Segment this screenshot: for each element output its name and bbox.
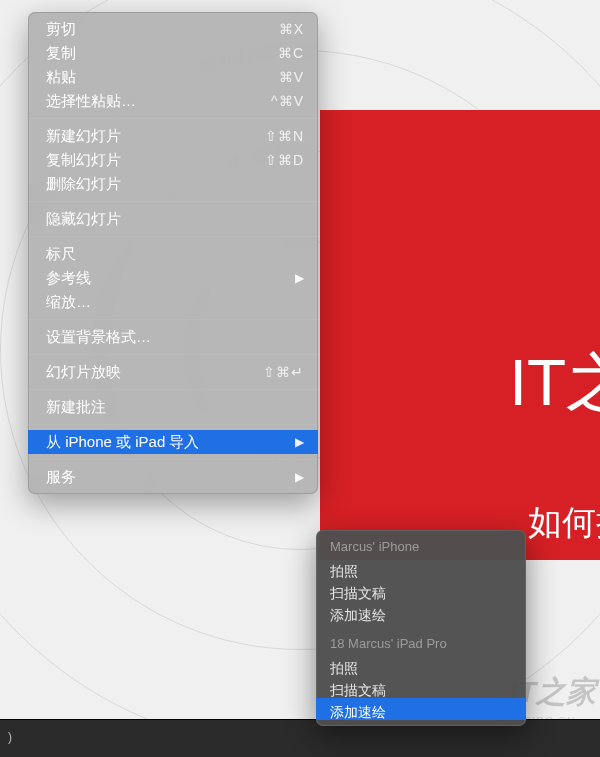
submenu-ipad-scan-doc[interactable]: 扫描文稿 <box>316 676 526 698</box>
menu-separator <box>28 201 318 202</box>
submenu-arrow-icon: ▶ <box>295 266 304 290</box>
submenu-iphone-add-sketch[interactable]: 添加速绘 <box>316 601 526 623</box>
menu-guides-label: 参考线 <box>46 266 289 290</box>
menu-cut-label: 剪切 <box>46 17 279 41</box>
menu-zoom-label: 缩放… <box>46 290 304 314</box>
menu-slideshow-shortcut: ⇧⌘↵ <box>263 360 304 384</box>
menu-separator <box>28 389 318 390</box>
menu-new-slide[interactable]: 新建幻灯片 ⇧⌘N <box>28 124 318 148</box>
menu-paste[interactable]: 粘贴 ⌘V <box>28 65 318 89</box>
menu-separator <box>28 459 318 460</box>
menu-hide-slide[interactable]: 隐藏幻灯片 <box>28 207 318 231</box>
menu-copy-label: 复制 <box>46 41 278 65</box>
menu-new-slide-shortcut: ⇧⌘N <box>265 124 304 148</box>
screenshot-stage: IT之 如何挑 IT之家 WWW.68IDC.CN ) 剪切 ⌘X 复制 ⌘C … <box>0 0 600 757</box>
menu-hide-slide-label: 隐藏幻灯片 <box>46 207 304 231</box>
menu-paste-shortcut: ⌘V <box>279 65 304 89</box>
menu-dup-slide[interactable]: 复制幻灯片 ⇧⌘D <box>28 148 318 172</box>
menu-paste-special-label: 选择性粘贴… <box>46 89 271 113</box>
menu-import-label: 从 iPhone 或 iPad 导入 <box>46 430 289 454</box>
menu-slideshow[interactable]: 幻灯片放映 ⇧⌘↵ <box>28 360 318 384</box>
submenu-arrow-icon: ▶ <box>295 430 304 454</box>
menu-dup-slide-label: 复制幻灯片 <box>46 148 265 172</box>
menu-zoom[interactable]: 缩放… <box>28 290 318 314</box>
device-header-ipad: 18 Marcus' iPad Pro <box>316 633 526 654</box>
menu-separator <box>28 236 318 237</box>
menu-import-from-device[interactable]: 从 iPhone 或 iPad 导入 ▶ <box>28 430 318 454</box>
menu-slideshow-label: 幻灯片放映 <box>46 360 263 384</box>
menu-copy[interactable]: 复制 ⌘C <box>28 41 318 65</box>
menu-del-slide-label: 删除幻灯片 <box>46 172 304 196</box>
device-header-iphone: Marcus' iPhone <box>316 536 526 557</box>
menu-cut-shortcut: ⌘X <box>279 17 304 41</box>
menu-paste-special-shortcut: ^⌘V <box>271 89 304 113</box>
menu-del-slide[interactable]: 删除幻灯片 <box>28 172 318 196</box>
menu-new-comment[interactable]: 新建批注 <box>28 395 318 419</box>
menu-copy-shortcut: ⌘C <box>278 41 304 65</box>
menu-new-comment-label: 新建批注 <box>46 395 304 419</box>
slide-title-big: IT之 <box>509 340 600 427</box>
context-menu: 剪切 ⌘X 复制 ⌘C 粘贴 ⌘V 选择性粘贴… ^⌘V 新建幻灯片 ⇧⌘N 复… <box>28 12 318 494</box>
submenu-arrow-icon: ▶ <box>295 465 304 489</box>
menu-separator <box>28 424 318 425</box>
status-text: ) <box>8 730 12 744</box>
menu-guides[interactable]: 参考线 ▶ <box>28 266 318 290</box>
menu-paste-label: 粘贴 <box>46 65 279 89</box>
menu-ruler-label: 标尺 <box>46 242 304 266</box>
menu-separator <box>28 118 318 119</box>
menu-new-slide-label: 新建幻灯片 <box>46 124 265 148</box>
menu-separator <box>28 319 318 320</box>
menu-services[interactable]: 服务 ▶ <box>28 465 318 489</box>
import-submenu: Marcus' iPhone 拍照 扫描文稿 添加速绘 18 Marcus' i… <box>316 530 526 726</box>
menu-cut[interactable]: 剪切 ⌘X <box>28 17 318 41</box>
menu-bg-format[interactable]: 设置背景格式… <box>28 325 318 349</box>
menu-bg-format-label: 设置背景格式… <box>46 325 304 349</box>
submenu-iphone-scan-doc[interactable]: 扫描文稿 <box>316 579 526 601</box>
menu-paste-special[interactable]: 选择性粘贴… ^⌘V <box>28 89 318 113</box>
submenu-iphone-take-photo[interactable]: 拍照 <box>316 557 526 579</box>
menu-dup-slide-shortcut: ⇧⌘D <box>265 148 304 172</box>
menu-ruler[interactable]: 标尺 <box>28 242 318 266</box>
slide-title-small: 如何挑 <box>528 500 600 546</box>
submenu-ipad-take-photo[interactable]: 拍照 <box>316 654 526 676</box>
submenu-ipad-add-sketch[interactable]: 添加速绘 <box>316 698 526 720</box>
red-title-block: IT之 如何挑 <box>320 110 600 560</box>
menu-services-label: 服务 <box>46 465 289 489</box>
menu-separator <box>28 354 318 355</box>
